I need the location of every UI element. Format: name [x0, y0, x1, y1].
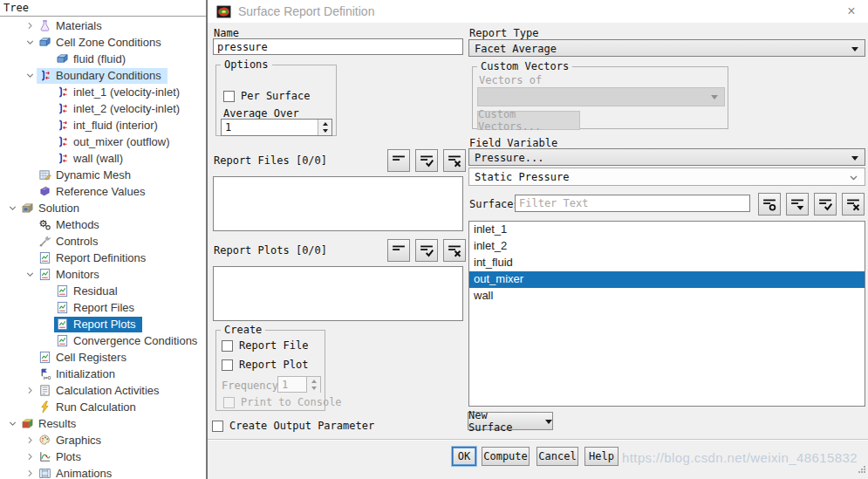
- create-output-parameter-checkbox[interactable]: Create Output Parameter: [212, 420, 374, 432]
- tree-item-content[interactable]: wall (wall): [54, 151, 129, 167]
- tree-item-content[interactable]: Animations: [37, 466, 118, 479]
- tree-item[interactable]: Dynamic Mesh: [0, 167, 206, 183]
- tree-item[interactable]: Plots: [0, 448, 206, 465]
- surface-list-item[interactable]: inlet_2: [469, 238, 865, 255]
- tree-item-content[interactable]: Dynamic Mesh: [37, 168, 137, 183]
- tree-item[interactable]: Report Files: [0, 299, 206, 316]
- tree-item-content[interactable]: fluid (fluid): [54, 51, 132, 67]
- tree-item-content[interactable]: Run Calculation: [37, 400, 142, 415]
- lines-check-button[interactable]: [415, 149, 438, 172]
- tree-item[interactable]: out_mixer (outflow): [0, 133, 206, 150]
- tree-item[interactable]: fluid (fluid): [0, 51, 206, 67]
- tree-item-content[interactable]: Methods: [37, 217, 106, 233]
- tree-item[interactable]: Methods: [0, 216, 206, 233]
- report-file-checkbox[interactable]: Report File: [222, 339, 308, 352]
- tree-item-content[interactable]: Controls: [37, 234, 104, 250]
- tree-item-content[interactable]: Boundary Conditions: [37, 68, 167, 84]
- tree-item-content[interactable]: Report Definitions: [37, 250, 152, 266]
- help-button[interactable]: Help: [584, 447, 619, 466]
- tree-item-content[interactable]: Report Plots: [54, 317, 142, 332]
- tree-item-content[interactable]: Plots: [37, 449, 87, 465]
- tree-item[interactable]: Animations: [0, 465, 206, 479]
- report-plots-list[interactable]: [213, 266, 463, 321]
- tree-item[interactable]: inlet_1 (velocity-inlet): [0, 84, 206, 100]
- tree-item[interactable]: Reference Values: [0, 183, 206, 200]
- tree-item[interactable]: Convergence Conditions: [0, 332, 206, 349]
- tree-item-content[interactable]: Reference Values: [37, 184, 151, 200]
- lines-x-button[interactable]: [443, 149, 466, 172]
- tree-item-content[interactable]: Monitors: [37, 267, 106, 283]
- tree-item[interactable]: Cell Zone Conditions: [0, 34, 206, 51]
- new-surface-button[interactable]: New Surface: [468, 412, 553, 430]
- field-variable-dropdown[interactable]: Static Pressure: [468, 168, 865, 186]
- tree-item[interactable]: Run Calculation: [0, 399, 206, 415]
- average-over-value[interactable]: 1: [222, 120, 318, 135]
- tree-item[interactable]: Materials: [0, 17, 206, 34]
- field-variable-category-dropdown[interactable]: Pressure...: [468, 148, 865, 166]
- tree-item-content[interactable]: Results: [19, 416, 82, 432]
- tree-item[interactable]: t=0Initialization: [0, 366, 206, 382]
- tree-item-content[interactable]: inlet_1 (velocity-inlet): [54, 85, 186, 100]
- lines-check-button[interactable]: [415, 239, 438, 262]
- lines-button[interactable]: [387, 149, 410, 172]
- expander-chevron-right-icon[interactable]: [23, 384, 37, 398]
- report-files-list[interactable]: [213, 176, 463, 231]
- tree-item-content[interactable]: Cell Registers: [37, 350, 133, 366]
- tree-item-content[interactable]: t=0Initialization: [37, 366, 121, 382]
- report-plot-checkbox[interactable]: Report Plot: [222, 359, 308, 371]
- tree-item[interactable]: Report Definitions: [0, 250, 206, 266]
- tree-item[interactable]: Cell Registers: [0, 349, 206, 366]
- tree-item[interactable]: Graphics: [0, 432, 206, 448]
- surface-list-item[interactable]: int_fluid: [469, 255, 865, 271]
- ok-button[interactable]: OK: [452, 447, 476, 466]
- checkbox-box[interactable]: [222, 359, 233, 371]
- tree-item[interactable]: Boundary Conditions: [0, 67, 206, 84]
- tree-item[interactable]: Calculation Activities: [0, 382, 206, 399]
- surfaces-list[interactable]: inlet_1inlet_2int_fluidout_mixerwall: [468, 221, 865, 407]
- tree-item-content[interactable]: Cell Zone Conditions: [37, 35, 167, 51]
- expander-chevron-down-icon[interactable]: [5, 417, 19, 431]
- compute-button[interactable]: Compute: [482, 447, 530, 466]
- tree-item-content[interactable]: Residual: [54, 284, 124, 299]
- surface-list-item[interactable]: inlet_1: [469, 222, 865, 238]
- expander-chevron-right-icon[interactable]: [23, 434, 37, 448]
- checkbox-box[interactable]: [222, 340, 233, 352]
- tree-item[interactable]: int_fluid (interior): [0, 117, 206, 133]
- tree-item[interactable]: Residual: [0, 283, 206, 299]
- expander-chevron-right-icon[interactable]: [23, 19, 37, 33]
- close-icon[interactable]: ×: [844, 3, 859, 19]
- checkbox-box[interactable]: [212, 421, 223, 432]
- tree-item-content[interactable]: Materials: [37, 18, 108, 34]
- tree-item-content[interactable]: out_mixer (outflow): [54, 134, 176, 150]
- resize-grip[interactable]: [858, 462, 866, 477]
- tree-item-content[interactable]: inlet_2 (velocity-inlet): [54, 101, 186, 117]
- expander-chevron-right-icon[interactable]: [23, 450, 37, 464]
- tree-item[interactable]: wall (wall): [0, 150, 206, 167]
- tree-item[interactable]: Results: [0, 415, 206, 432]
- tree-item-content[interactable]: Calculation Activities: [37, 383, 166, 399]
- expander-chevron-down-icon[interactable]: [23, 268, 37, 282]
- lines-button[interactable]: [387, 239, 410, 262]
- tree-item[interactable]: Controls: [0, 233, 206, 250]
- lines-arrow-button[interactable]: [786, 193, 809, 216]
- tree-item[interactable]: Report Plots: [0, 316, 206, 332]
- tree-item-content[interactable]: int_fluid (interior): [54, 118, 164, 133]
- surfaces-filter-input[interactable]: [515, 195, 750, 212]
- lines-x-button[interactable]: [842, 193, 865, 216]
- tree-item[interactable]: Monitors: [0, 266, 206, 283]
- report-type-dropdown[interactable]: Facet Average: [468, 39, 865, 57]
- expander-chevron-down-icon[interactable]: [23, 69, 37, 83]
- lines-check-button[interactable]: [814, 193, 837, 216]
- spin-down-icon[interactable]: [318, 127, 331, 135]
- cancel-button[interactable]: Cancel: [537, 447, 578, 466]
- lines-x-button[interactable]: [443, 239, 466, 262]
- tree-item-content[interactable]: Report Files: [54, 300, 140, 316]
- surface-list-item[interactable]: out_mixer: [469, 271, 865, 288]
- expander-chevron-right-icon[interactable]: [23, 467, 37, 479]
- tree-item-content[interactable]: Solution: [19, 201, 85, 216]
- checkbox-box[interactable]: [223, 91, 235, 102]
- surface-list-item[interactable]: wall: [469, 288, 865, 305]
- average-over-spinner[interactable]: 1: [221, 119, 332, 136]
- tree-item[interactable]: inlet_2 (velocity-inlet): [0, 100, 206, 117]
- expander-chevron-down-icon[interactable]: [5, 202, 19, 216]
